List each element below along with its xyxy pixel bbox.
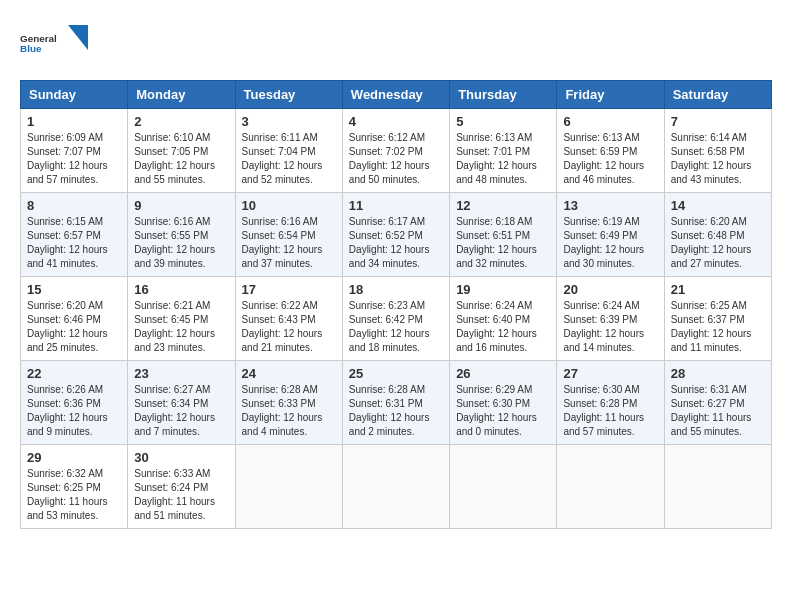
table-row: [450, 445, 557, 529]
logo: General Blue: [20, 20, 88, 64]
weekday-header-saturday: Saturday: [664, 81, 771, 109]
logo-svg: General Blue: [20, 20, 64, 64]
day-number: 18: [349, 282, 443, 297]
day-number: 11: [349, 198, 443, 213]
calendar-week-5: 29 Sunrise: 6:32 AM Sunset: 6:25 PM Dayl…: [21, 445, 772, 529]
table-row: 21 Sunrise: 6:25 AM Sunset: 6:37 PM Dayl…: [664, 277, 771, 361]
table-row: 20 Sunrise: 6:24 AM Sunset: 6:39 PM Dayl…: [557, 277, 664, 361]
day-info: Sunrise: 6:20 AM Sunset: 6:46 PM Dayligh…: [27, 299, 121, 355]
table-row: [664, 445, 771, 529]
day-info: Sunrise: 6:17 AM Sunset: 6:52 PM Dayligh…: [349, 215, 443, 271]
table-row: 26 Sunrise: 6:29 AM Sunset: 6:30 PM Dayl…: [450, 361, 557, 445]
table-row: 14 Sunrise: 6:20 AM Sunset: 6:48 PM Dayl…: [664, 193, 771, 277]
table-row: 10 Sunrise: 6:16 AM Sunset: 6:54 PM Dayl…: [235, 193, 342, 277]
table-row: 11 Sunrise: 6:17 AM Sunset: 6:52 PM Dayl…: [342, 193, 449, 277]
table-row: 30 Sunrise: 6:33 AM Sunset: 6:24 PM Dayl…: [128, 445, 235, 529]
day-number: 25: [349, 366, 443, 381]
page-header: General Blue: [20, 20, 772, 64]
weekday-header-sunday: Sunday: [21, 81, 128, 109]
day-info: Sunrise: 6:11 AM Sunset: 7:04 PM Dayligh…: [242, 131, 336, 187]
day-number: 9: [134, 198, 228, 213]
day-info: Sunrise: 6:32 AM Sunset: 6:25 PM Dayligh…: [27, 467, 121, 523]
day-info: Sunrise: 6:27 AM Sunset: 6:34 PM Dayligh…: [134, 383, 228, 439]
day-info: Sunrise: 6:16 AM Sunset: 6:55 PM Dayligh…: [134, 215, 228, 271]
weekday-header-tuesday: Tuesday: [235, 81, 342, 109]
day-number: 16: [134, 282, 228, 297]
calendar-week-3: 15 Sunrise: 6:20 AM Sunset: 6:46 PM Dayl…: [21, 277, 772, 361]
day-info: Sunrise: 6:10 AM Sunset: 7:05 PM Dayligh…: [134, 131, 228, 187]
day-number: 26: [456, 366, 550, 381]
day-number: 5: [456, 114, 550, 129]
day-number: 2: [134, 114, 228, 129]
svg-marker-2: [68, 25, 88, 50]
day-number: 10: [242, 198, 336, 213]
table-row: 13 Sunrise: 6:19 AM Sunset: 6:49 PM Dayl…: [557, 193, 664, 277]
day-number: 30: [134, 450, 228, 465]
table-row: 4 Sunrise: 6:12 AM Sunset: 7:02 PM Dayli…: [342, 109, 449, 193]
table-row: 19 Sunrise: 6:24 AM Sunset: 6:40 PM Dayl…: [450, 277, 557, 361]
table-row: 22 Sunrise: 6:26 AM Sunset: 6:36 PM Dayl…: [21, 361, 128, 445]
table-row: 12 Sunrise: 6:18 AM Sunset: 6:51 PM Dayl…: [450, 193, 557, 277]
day-number: 21: [671, 282, 765, 297]
day-info: Sunrise: 6:24 AM Sunset: 6:40 PM Dayligh…: [456, 299, 550, 355]
day-info: Sunrise: 6:14 AM Sunset: 6:58 PM Dayligh…: [671, 131, 765, 187]
table-row: [235, 445, 342, 529]
day-number: 13: [563, 198, 657, 213]
day-info: Sunrise: 6:33 AM Sunset: 6:24 PM Dayligh…: [134, 467, 228, 523]
day-info: Sunrise: 6:23 AM Sunset: 6:42 PM Dayligh…: [349, 299, 443, 355]
day-info: Sunrise: 6:13 AM Sunset: 6:59 PM Dayligh…: [563, 131, 657, 187]
day-number: 1: [27, 114, 121, 129]
day-info: Sunrise: 6:28 AM Sunset: 6:33 PM Dayligh…: [242, 383, 336, 439]
table-row: 15 Sunrise: 6:20 AM Sunset: 6:46 PM Dayl…: [21, 277, 128, 361]
table-row: 23 Sunrise: 6:27 AM Sunset: 6:34 PM Dayl…: [128, 361, 235, 445]
day-info: Sunrise: 6:25 AM Sunset: 6:37 PM Dayligh…: [671, 299, 765, 355]
table-row: [342, 445, 449, 529]
day-info: Sunrise: 6:13 AM Sunset: 7:01 PM Dayligh…: [456, 131, 550, 187]
table-row: 27 Sunrise: 6:30 AM Sunset: 6:28 PM Dayl…: [557, 361, 664, 445]
table-row: 28 Sunrise: 6:31 AM Sunset: 6:27 PM Dayl…: [664, 361, 771, 445]
day-number: 4: [349, 114, 443, 129]
day-info: Sunrise: 6:30 AM Sunset: 6:28 PM Dayligh…: [563, 383, 657, 439]
day-number: 19: [456, 282, 550, 297]
table-row: 16 Sunrise: 6:21 AM Sunset: 6:45 PM Dayl…: [128, 277, 235, 361]
day-info: Sunrise: 6:21 AM Sunset: 6:45 PM Dayligh…: [134, 299, 228, 355]
day-number: 3: [242, 114, 336, 129]
weekday-header-thursday: Thursday: [450, 81, 557, 109]
day-number: 23: [134, 366, 228, 381]
logo-triangle-icon: [68, 20, 88, 64]
table-row: [557, 445, 664, 529]
svg-text:Blue: Blue: [20, 43, 42, 54]
day-info: Sunrise: 6:28 AM Sunset: 6:31 PM Dayligh…: [349, 383, 443, 439]
calendar-week-1: 1 Sunrise: 6:09 AM Sunset: 7:07 PM Dayli…: [21, 109, 772, 193]
day-number: 22: [27, 366, 121, 381]
day-info: Sunrise: 6:22 AM Sunset: 6:43 PM Dayligh…: [242, 299, 336, 355]
day-info: Sunrise: 6:19 AM Sunset: 6:49 PM Dayligh…: [563, 215, 657, 271]
table-row: 25 Sunrise: 6:28 AM Sunset: 6:31 PM Dayl…: [342, 361, 449, 445]
table-row: 17 Sunrise: 6:22 AM Sunset: 6:43 PM Dayl…: [235, 277, 342, 361]
day-number: 15: [27, 282, 121, 297]
day-number: 29: [27, 450, 121, 465]
day-info: Sunrise: 6:26 AM Sunset: 6:36 PM Dayligh…: [27, 383, 121, 439]
table-row: 6 Sunrise: 6:13 AM Sunset: 6:59 PM Dayli…: [557, 109, 664, 193]
day-number: 20: [563, 282, 657, 297]
day-number: 6: [563, 114, 657, 129]
day-number: 7: [671, 114, 765, 129]
calendar-week-2: 8 Sunrise: 6:15 AM Sunset: 6:57 PM Dayli…: [21, 193, 772, 277]
table-row: 8 Sunrise: 6:15 AM Sunset: 6:57 PM Dayli…: [21, 193, 128, 277]
day-info: Sunrise: 6:12 AM Sunset: 7:02 PM Dayligh…: [349, 131, 443, 187]
day-number: 14: [671, 198, 765, 213]
table-row: 1 Sunrise: 6:09 AM Sunset: 7:07 PM Dayli…: [21, 109, 128, 193]
day-number: 17: [242, 282, 336, 297]
svg-text:General: General: [20, 33, 57, 44]
day-info: Sunrise: 6:09 AM Sunset: 7:07 PM Dayligh…: [27, 131, 121, 187]
day-info: Sunrise: 6:31 AM Sunset: 6:27 PM Dayligh…: [671, 383, 765, 439]
day-number: 28: [671, 366, 765, 381]
table-row: 9 Sunrise: 6:16 AM Sunset: 6:55 PM Dayli…: [128, 193, 235, 277]
day-info: Sunrise: 6:24 AM Sunset: 6:39 PM Dayligh…: [563, 299, 657, 355]
day-number: 24: [242, 366, 336, 381]
table-row: 5 Sunrise: 6:13 AM Sunset: 7:01 PM Dayli…: [450, 109, 557, 193]
calendar-week-4: 22 Sunrise: 6:26 AM Sunset: 6:36 PM Dayl…: [21, 361, 772, 445]
table-row: 18 Sunrise: 6:23 AM Sunset: 6:42 PM Dayl…: [342, 277, 449, 361]
weekday-header-friday: Friday: [557, 81, 664, 109]
table-row: 3 Sunrise: 6:11 AM Sunset: 7:04 PM Dayli…: [235, 109, 342, 193]
